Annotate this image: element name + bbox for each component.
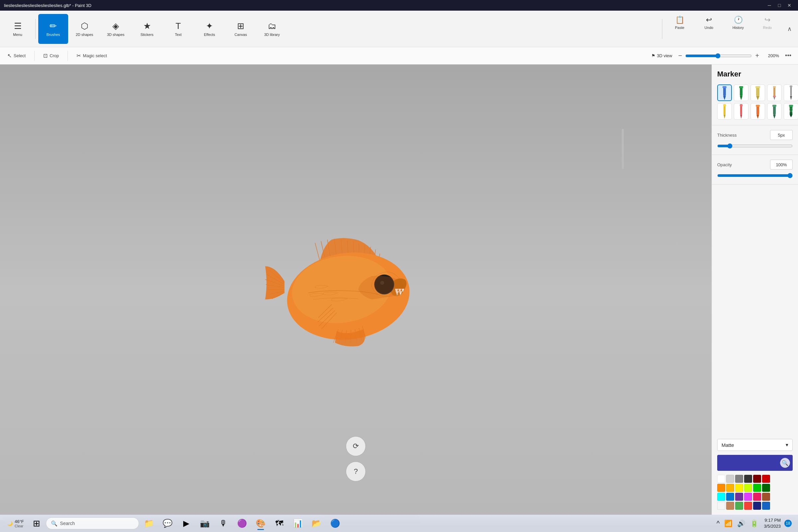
tray-battery[interactable]: 🔋 — [749, 518, 760, 529]
opacity-value[interactable]: 100% — [770, 159, 793, 170]
taskbar-app-notes[interactable]: 📊 — [289, 516, 307, 531]
more-options-button[interactable]: ••• — [782, 51, 794, 60]
shapes3d-label: 3D shapes — [107, 33, 125, 37]
browser-icon: 🔵 — [330, 519, 340, 528]
close-button[interactable]: ✕ — [785, 1, 794, 10]
paste-button[interactable]: 📋 Paste — [666, 16, 693, 42]
palette-cell-medred[interactable] — [744, 502, 752, 510]
brush-tool-marker-d[interactable] — [750, 103, 765, 120]
taskbar-app-paint3d[interactable]: 🎨 — [252, 516, 269, 531]
reset-3d-button[interactable]: ? — [346, 461, 366, 481]
collapse-button[interactable]: ∧ — [783, 23, 795, 35]
brush-tool-marker-a[interactable] — [717, 84, 732, 101]
canvas-button[interactable]: ⊞ Canvas — [226, 14, 256, 44]
palette-cell-blue[interactable] — [726, 493, 734, 501]
notes-icon: 📊 — [293, 519, 303, 528]
taskbar-app-maps[interactable]: 🗺 — [271, 516, 288, 531]
taskbar-app-explorer[interactable]: 📁 — [140, 516, 158, 531]
thickness-slider[interactable] — [717, 143, 793, 149]
palette-cell-darkred[interactable] — [753, 475, 761, 483]
palette-cell-magenta[interactable] — [744, 493, 752, 501]
view3d-button[interactable]: ⚑ 3D view — [649, 52, 674, 59]
canvas-area[interactable]: ⟳ ? — [0, 64, 711, 515]
shapes2d-button[interactable]: ⬡ 2D shapes — [70, 14, 99, 44]
tray-chevron[interactable]: ^ — [715, 518, 721, 529]
svg-rect-62 — [757, 106, 759, 115]
active-color-swatch[interactable]: 🔍 — [717, 455, 793, 471]
system-clock[interactable]: 9:17 PM 3/5/2023 — [764, 517, 781, 529]
vertical-scrollbar[interactable] — [621, 129, 624, 328]
palette-cell-medgreen[interactable] — [735, 502, 743, 510]
palette-row-3 — [717, 493, 793, 501]
palette-cell-white[interactable] — [717, 475, 725, 483]
zoom-slider[interactable] — [685, 53, 752, 58]
weather-icon: 🌙 — [7, 521, 13, 526]
zoom-minus[interactable]: − — [678, 52, 682, 59]
taskbar-app-folder2[interactable]: 📂 — [308, 516, 325, 531]
tray-volume[interactable]: 🔊 — [736, 518, 747, 529]
palette-cell-navyblue[interactable] — [753, 502, 761, 510]
palette-cell-orange[interactable] — [717, 484, 725, 492]
history-button[interactable]: 🕐 History — [725, 16, 752, 42]
taskbar-app-mic[interactable]: 🎙 — [215, 516, 232, 531]
palette-cell-offwhite[interactable] — [717, 502, 725, 510]
maximize-button[interactable]: □ — [775, 1, 784, 10]
brush-tool-marker-b[interactable] — [734, 84, 748, 101]
shapes3d-button[interactable]: ◈ 3D shapes — [101, 14, 131, 44]
undo-button[interactable]: ↩ Undo — [696, 16, 722, 42]
palette-cell-cyan[interactable] — [717, 493, 725, 501]
palette-row-1 — [717, 475, 793, 483]
library3d-button[interactable]: 🗂 3D library — [257, 14, 287, 44]
start-button[interactable]: ⊞ — [28, 516, 44, 531]
finish-dropdown[interactable]: Matte ▾ — [717, 439, 793, 451]
minimize-button[interactable]: ─ — [765, 1, 774, 10]
taskbar-app-msapp[interactable]: 🟣 — [233, 516, 251, 531]
brush-tool-pencil[interactable] — [767, 84, 782, 101]
palette-cell-yellow[interactable] — [735, 484, 743, 492]
taskbar-app-browser[interactable]: 🔵 — [326, 516, 344, 531]
taskbar-app-camera[interactable]: 📷 — [196, 516, 213, 531]
taskbar-search[interactable]: 🔍 Search — [46, 517, 139, 529]
rotate-3d-button[interactable]: ⟳ — [346, 436, 366, 456]
palette-cell-darkgreen[interactable] — [762, 484, 770, 492]
redo-button[interactable]: ↪ Redo — [754, 16, 781, 42]
effects-button[interactable]: ✦ Effects — [194, 14, 225, 44]
brush-tool-marker-c[interactable] — [750, 84, 765, 101]
palette-cell-purple[interactable] — [735, 493, 743, 501]
magic-select-button[interactable]: ✂ Magic select — [73, 51, 110, 61]
palette-cell-lightgray[interactable] — [726, 475, 734, 483]
palette-cell-cobalt[interactable] — [762, 502, 770, 510]
opacity-slider[interactable] — [717, 173, 793, 178]
palette-cell-lime[interactable] — [744, 484, 752, 492]
weather-widget[interactable]: 🌙 46°F Clear — [4, 519, 27, 528]
brush-tool-crayon-b[interactable] — [734, 103, 748, 120]
taskbar-app-media[interactable]: ▶ — [177, 516, 195, 531]
stickers-button[interactable]: ★ Stickers — [132, 14, 162, 44]
palette-cell-tan[interactable] — [726, 502, 734, 510]
palette-cell-brown[interactable] — [762, 493, 770, 501]
notification-button[interactable]: 18 — [782, 517, 794, 529]
svg-rect-45 — [739, 86, 743, 88]
eyedropper-button[interactable]: 🔍 — [780, 458, 790, 468]
palette-cell-green[interactable] — [753, 484, 761, 492]
taskbar-app-teams[interactable]: 💬 — [159, 516, 176, 531]
palette-cell-darkgray[interactable] — [744, 475, 752, 483]
brush-tool-crayon-a[interactable] — [717, 103, 732, 120]
brush-tool-marker-e[interactable] — [767, 103, 782, 120]
palette-cell-red[interactable] — [762, 475, 770, 483]
tray-network[interactable]: 📶 — [723, 518, 734, 529]
crop-button[interactable]: ⊡ Crop — [40, 51, 62, 61]
brushes-button[interactable]: ✏ Brushes — [38, 14, 68, 44]
palette-cell-gray[interactable] — [735, 475, 743, 483]
palette-cell-amber[interactable] — [726, 484, 734, 492]
svg-marker-44 — [740, 96, 742, 100]
brush-tool-marker-f[interactable] — [784, 103, 798, 120]
palette-cell-pink[interactable] — [753, 493, 761, 501]
brush-tool-pen[interactable] — [784, 84, 798, 101]
thickness-value[interactable]: 5px — [770, 130, 793, 140]
text-button[interactable]: T Text — [163, 14, 193, 44]
zoom-plus[interactable]: + — [755, 52, 759, 59]
menu-button[interactable]: ☰ Menu — [3, 14, 33, 44]
redo-icon: ↪ — [764, 16, 771, 24]
select-button[interactable]: ↖ Select — [4, 51, 29, 61]
